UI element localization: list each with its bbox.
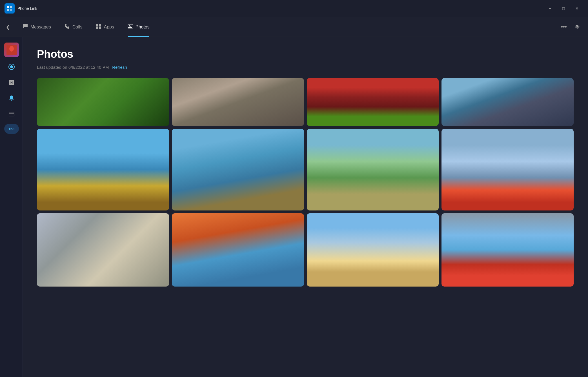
avatar[interactable] — [4, 43, 19, 57]
sidebar-item-signal[interactable] — [5, 61, 18, 73]
nav-tabs: Messages Calls — [16, 17, 559, 37]
navbar: ❮ Messages Calls — [0, 17, 588, 37]
photo-item[interactable] — [37, 129, 169, 210]
svg-rect-2 — [7, 9, 9, 11]
page-title: Photos — [37, 48, 574, 60]
maximize-button[interactable]: □ — [557, 3, 570, 14]
photo-grid — [37, 78, 574, 287]
refresh-button[interactable]: Refresh — [112, 65, 127, 70]
sidebar-item-notifications-2[interactable] — [5, 108, 18, 120]
sidebar: N +53 — [0, 37, 23, 377]
svg-rect-1 — [10, 6, 12, 8]
messages-icon — [23, 23, 28, 30]
app-logo — [5, 3, 15, 14]
photos-icon — [128, 23, 133, 30]
window-controls: − □ ✕ — [543, 3, 583, 14]
more-apps-badge[interactable]: +53 — [4, 124, 19, 134]
tab-calls-label: Calls — [72, 25, 83, 30]
tab-messages-label: Messages — [30, 25, 51, 30]
sidebar-item-nyt[interactable]: N — [5, 76, 18, 89]
calls-icon — [65, 23, 70, 30]
main-window: ❮ Messages Calls — [0, 17, 588, 377]
svg-rect-3 — [10, 9, 12, 11]
photo-item[interactable] — [441, 78, 574, 126]
svg-point-11 — [9, 46, 14, 52]
photo-item[interactable] — [37, 213, 169, 287]
tab-calls[interactable]: Calls — [58, 17, 89, 37]
svg-text:N: N — [10, 81, 13, 84]
tab-apps-label: Apps — [104, 25, 114, 30]
photo-item[interactable] — [441, 213, 574, 287]
svg-rect-6 — [96, 26, 98, 29]
tab-apps[interactable]: Apps — [89, 17, 121, 37]
apps-icon — [96, 23, 101, 30]
settings-button[interactable] — [571, 21, 582, 33]
last-updated-bar: Last updated on 6/9/2022 at 12:40 PM Ref… — [37, 65, 574, 70]
photo-item[interactable] — [441, 129, 574, 210]
svg-rect-4 — [96, 24, 98, 26]
photo-item[interactable] — [172, 213, 304, 287]
svg-rect-16 — [9, 112, 14, 116]
photo-item[interactable] — [172, 78, 304, 126]
svg-rect-7 — [99, 26, 101, 29]
photo-item[interactable] — [307, 129, 439, 210]
photo-item[interactable] — [37, 78, 169, 126]
last-updated-text: Last updated on 6/9/2022 at 12:40 PM — [37, 65, 109, 70]
svg-rect-5 — [99, 24, 101, 26]
tab-photos[interactable]: Photos — [121, 17, 156, 37]
tab-messages[interactable]: Messages — [16, 17, 58, 37]
tab-photos-label: Photos — [136, 25, 150, 30]
nav-right-controls: ••• — [559, 21, 582, 33]
sidebar-item-notifications-1[interactable] — [5, 92, 18, 105]
photo-item[interactable] — [307, 78, 439, 126]
more-button[interactable]: ••• — [559, 21, 569, 32]
svg-point-9 — [129, 25, 130, 26]
body-layout: N +53 Photos Last updated on 6/9/2022 at… — [0, 37, 588, 377]
main-content[interactable]: Photos Last updated on 6/9/2022 at 12:40… — [23, 37, 588, 377]
photo-item[interactable] — [307, 213, 439, 287]
svg-point-13 — [10, 65, 13, 68]
svg-rect-0 — [7, 6, 9, 8]
close-button[interactable]: ✕ — [571, 3, 583, 14]
back-button[interactable]: ❮ — [6, 24, 10, 30]
photo-item[interactable] — [172, 129, 304, 210]
app-title: Phone Link — [17, 6, 543, 11]
titlebar: Phone Link − □ ✕ — [0, 0, 588, 17]
minimize-button[interactable]: − — [543, 3, 556, 14]
